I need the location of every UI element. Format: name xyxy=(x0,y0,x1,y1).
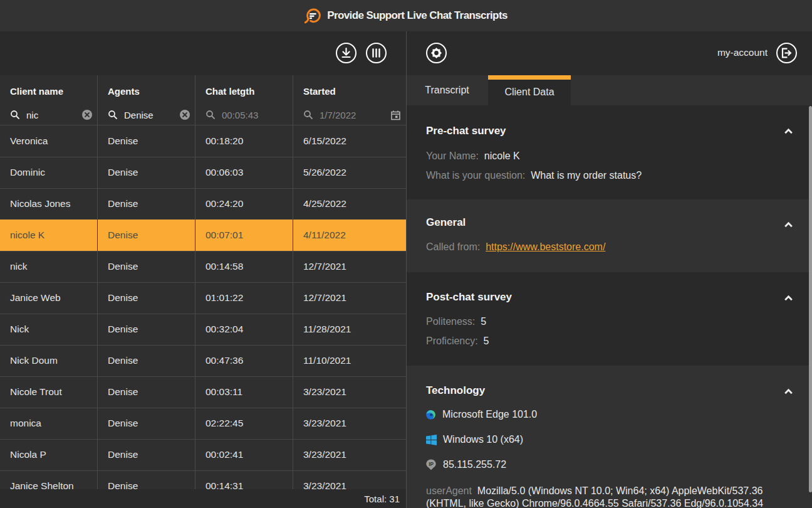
svg-text:IP: IP xyxy=(429,462,434,467)
